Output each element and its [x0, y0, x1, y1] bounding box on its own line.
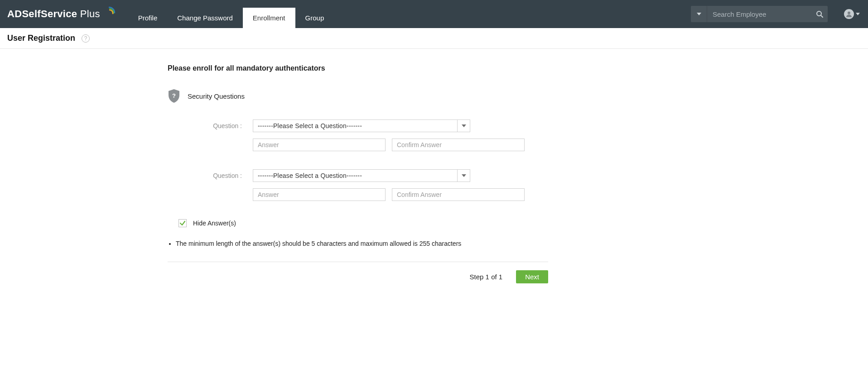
- svg-line-1: [821, 15, 823, 17]
- brand-name-bold: ADSelfService: [7, 8, 77, 19]
- svg-text:?: ?: [172, 92, 176, 99]
- chevron-down-icon: [462, 124, 466, 127]
- chevron-down-icon: [856, 13, 860, 15]
- question-group: Question : -------Please Select a Questi…: [168, 169, 548, 201]
- rules-list: The minimum length of the answer(s) shou…: [168, 240, 548, 247]
- nav-group[interactable]: Group: [295, 8, 334, 28]
- avatar-icon: [844, 9, 854, 19]
- nav-change-password[interactable]: Change Password: [167, 8, 243, 28]
- confirm-answer-input-2[interactable]: [392, 188, 525, 201]
- primary-nav: Profile Change Password Enrollment Group: [128, 0, 334, 28]
- topbar: ADSelfService Plus Profile Change Passwo…: [0, 0, 868, 28]
- search-wrap: [691, 6, 828, 22]
- hide-answers-row: Hide Answer(s): [178, 219, 548, 227]
- answer-input-1[interactable]: [253, 139, 386, 151]
- confirm-answer-input-1[interactable]: [392, 139, 525, 151]
- nav-enrollment[interactable]: Enrollment: [243, 8, 295, 28]
- question-group: Question : -------Please Select a Questi…: [168, 120, 548, 151]
- question-select-caret[interactable]: [458, 120, 470, 132]
- main-content: Please enroll for all mandatory authenti…: [168, 64, 548, 297]
- brand-swirl-icon: [103, 6, 116, 22]
- section-title: Security Questions: [188, 92, 245, 100]
- question-select-display[interactable]: -------Please Select a Question-------: [253, 169, 458, 182]
- footer-row: Step 1 of 1 Next: [168, 270, 548, 297]
- question-select-caret[interactable]: [458, 169, 470, 182]
- question-label: Question :: [189, 122, 253, 129]
- rule-item: The minimum length of the answer(s) shou…: [176, 240, 548, 247]
- hide-answers-label: Hide Answer(s): [193, 220, 236, 227]
- question-label: Question :: [189, 172, 253, 179]
- check-icon: [179, 220, 186, 226]
- answer-input-2[interactable]: [253, 188, 386, 201]
- search-input[interactable]: [707, 6, 811, 22]
- security-questions-header: ? Security Questions: [168, 89, 548, 103]
- page-subheader: User Registration ?: [0, 28, 868, 49]
- brand: ADSelfService Plus: [0, 0, 128, 28]
- shield-icon: ?: [168, 89, 180, 103]
- step-indicator: Step 1 of 1: [470, 273, 503, 281]
- search-button[interactable]: [811, 6, 828, 22]
- brand-name-light: Plus: [77, 8, 100, 19]
- search-scope-dropdown[interactable]: [691, 6, 707, 22]
- page-title: User Registration: [7, 33, 75, 43]
- question-select-2[interactable]: -------Please Select a Question-------: [253, 169, 470, 182]
- hide-answers-checkbox[interactable]: [178, 219, 187, 227]
- search-icon: [816, 10, 823, 18]
- next-button[interactable]: Next: [516, 270, 548, 283]
- chevron-down-icon: [697, 13, 701, 15]
- svg-point-2: [848, 12, 850, 14]
- enroll-instruction: Please enroll for all mandatory authenti…: [168, 64, 548, 72]
- nav-profile[interactable]: Profile: [128, 8, 168, 28]
- chevron-down-icon: [462, 174, 466, 177]
- question-select-display[interactable]: -------Please Select a Question-------: [253, 120, 458, 132]
- divider: [168, 262, 548, 262]
- help-icon[interactable]: ?: [82, 34, 90, 43]
- question-select-1[interactable]: -------Please Select a Question-------: [253, 120, 470, 132]
- user-menu[interactable]: [836, 0, 868, 28]
